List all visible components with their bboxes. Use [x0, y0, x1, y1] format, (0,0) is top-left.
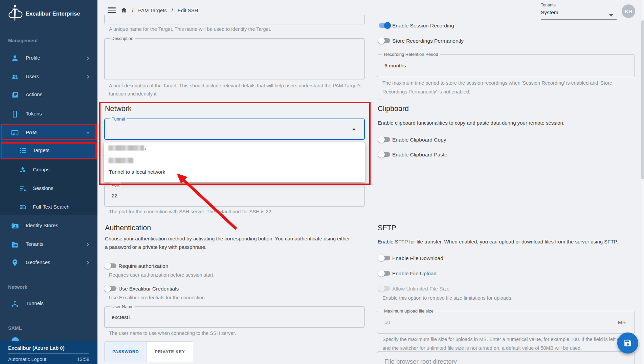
tunnel-option-local-network[interactable]: Tunnel to a local network	[109, 168, 359, 176]
caret-down-icon[interactable]	[609, 14, 613, 17]
port-field[interactable]: Port	[104, 185, 365, 207]
description-helper: A brief description of the Target. This …	[109, 82, 376, 98]
store-recordings-permanently-label: Store Recordings Permanently	[392, 38, 464, 44]
article-icon	[11, 91, 19, 99]
require-authorization-toggle[interactable]	[104, 262, 117, 269]
menu-icon[interactable]	[108, 7, 116, 13]
sidebar-item-label: Geofences	[26, 259, 50, 265]
sessions-play-icon	[19, 185, 27, 193]
pin-plus-icon	[11, 259, 19, 267]
use-excalibur-credentials-toggle[interactable]	[104, 285, 117, 292]
enable-file-upload-toggle[interactable]	[378, 270, 391, 277]
description-field[interactable]: Description	[104, 38, 365, 80]
sidebar-item-label: Full-Text Search	[33, 204, 69, 210]
name-helper: A unique name for the Target. This name …	[109, 25, 346, 34]
max-upload-size-field[interactable]: Maximum upload file size MB	[377, 311, 635, 334]
user-name-helper: The user name to use when connecting to …	[109, 329, 346, 338]
tab-private-key[interactable]: PRIVATE KEY	[147, 342, 193, 362]
tunnel-dropdown-menu: , Tunnel to a local network	[104, 142, 365, 182]
chevron-right-icon	[86, 242, 90, 247]
hub-icon	[11, 300, 19, 308]
port-input[interactable]	[105, 185, 364, 206]
sidebar-item-geofences[interactable]: Geofences	[0, 254, 97, 272]
auth-method-tabs: PASSWORD PRIVATE KEY	[104, 341, 193, 362]
sidebar-item-label: PAM	[26, 129, 37, 135]
max-upload-size-helper: Specify the maximum file size for upload…	[382, 335, 636, 352]
sidebar-item-groups[interactable]: Groups	[0, 161, 97, 179]
people-icon	[11, 73, 19, 81]
sidebar-item-sessions[interactable]: Sessions	[0, 179, 97, 198]
breadcrumb-pam-targets[interactable]: PAM Targets	[138, 7, 166, 13]
scrollbar-track[interactable]	[641, 0, 644, 364]
enable-clipboard-paste-toggle[interactable]	[378, 151, 391, 158]
building-icon	[11, 240, 19, 249]
enable-clipboard-copy-label: Enable Clipboard Copy	[392, 137, 446, 143]
list-icon	[19, 147, 27, 155]
tenants-select[interactable]: System	[541, 9, 617, 19]
smartphone-icon	[11, 110, 19, 118]
home-icon[interactable]	[120, 7, 127, 14]
sidebar-item-tunnels[interactable]: Tunnels	[0, 295, 97, 313]
store-recordings-permanently-toggle[interactable]	[378, 37, 391, 44]
sidebar-item-profile[interactable]: Profile	[0, 49, 97, 67]
recording-retention-field[interactable]: Recording Retention Period	[377, 54, 635, 77]
sidebar: Excalibur Enterprise Management Profile …	[0, 0, 97, 364]
enable-file-upload-label: Enable File Upload	[392, 271, 437, 277]
auto-logout-label: Automatic Logout:	[8, 357, 48, 362]
auto-logout-timer: 13:58	[77, 357, 89, 362]
sidebar-item-actions[interactable]: Actions	[0, 86, 97, 104]
max-upload-size-input[interactable]	[377, 311, 635, 333]
screen-cast-icon	[11, 129, 19, 137]
save-button[interactable]	[617, 333, 638, 354]
sidebar-item-tenants[interactable]: Tenants	[0, 235, 97, 254]
enable-file-download-toggle[interactable]	[378, 255, 391, 261]
enable-clipboard-paste-label: Enable Clipboard Paste	[392, 152, 447, 158]
bubble-chart-icon	[19, 166, 27, 174]
sidebar-item-label: Identity Stores	[26, 222, 58, 228]
app-window: Excalibur Enterprise Management Profile …	[0, 0, 644, 364]
enable-file-download-label: Enable File Download	[392, 255, 443, 261]
scrollbar-thumb[interactable]	[641, 20, 644, 179]
tunnel-label: Tunnel	[110, 116, 127, 122]
enable-clipboard-copy-toggle[interactable]	[378, 136, 391, 143]
avatar[interactable]: KH	[622, 4, 635, 18]
allow-unlimited-file-size-label: Allow Unlimited File Size	[392, 286, 450, 292]
port-helper: The port for the connection with SSH ser…	[109, 208, 346, 216]
sidebar-item-label: Targets	[33, 147, 49, 153]
network-heading: Network	[105, 105, 132, 113]
user-name-input[interactable]	[105, 307, 364, 327]
sftp-description: Enable SFTP for file transfer. When enab…	[378, 237, 635, 246]
redacted-option-2[interactable]	[108, 158, 133, 163]
tab-password[interactable]: PASSWORD	[105, 342, 147, 362]
max-upload-size-suffix: MB	[618, 319, 626, 325]
breadcrumb-edit-ssh: Edit SSH	[178, 7, 198, 13]
sidebar-item-pam[interactable]: PAM	[0, 124, 97, 142]
description-input[interactable]	[105, 39, 364, 80]
caret-up-icon[interactable]	[352, 128, 356, 130]
sidebar-item-full-text-search[interactable]: Full-Text Search	[0, 198, 97, 216]
enable-session-recording-toggle[interactable]	[378, 22, 391, 29]
root-directory-field[interactable]: File browser root directory	[377, 351, 635, 364]
sidebar-item-targets[interactable]: Targets	[0, 142, 97, 159]
sidebar-item-tokens[interactable]: Tokens	[0, 105, 97, 123]
use-excalibur-credentials-label: Use Excalibur Credentials	[118, 286, 179, 292]
authentication-description: Choose your authentication method by act…	[105, 234, 352, 251]
recording-retention-input[interactable]	[377, 55, 635, 77]
sidebar-item-label: Actions	[26, 91, 42, 97]
target-name-field-fragment[interactable]	[104, 15, 365, 24]
chevron-right-icon	[86, 56, 90, 60]
sidebar-item-users[interactable]: Users	[0, 68, 97, 86]
sidebar-item-identity-stores[interactable]: Identity Stores	[0, 217, 97, 235]
user-name-field[interactable]: User Name	[104, 306, 365, 328]
sidebar-item-label: Profile	[26, 55, 40, 61]
save-icon	[623, 339, 632, 347]
allow-unlimited-file-size-toggle[interactable]	[378, 285, 391, 292]
tenants-select-label: Tenants	[541, 3, 556, 7]
redacted-option-1[interactable]	[108, 145, 144, 151]
tunnel-select[interactable]: Tunnel	[104, 119, 365, 140]
sidebar-item-label: Users	[26, 73, 39, 79]
tenants-select-underline	[541, 19, 617, 20]
chevron-right-icon	[86, 75, 90, 79]
chevron-down-icon	[86, 131, 90, 135]
sidebar-item-label: Tokens	[26, 111, 42, 116]
